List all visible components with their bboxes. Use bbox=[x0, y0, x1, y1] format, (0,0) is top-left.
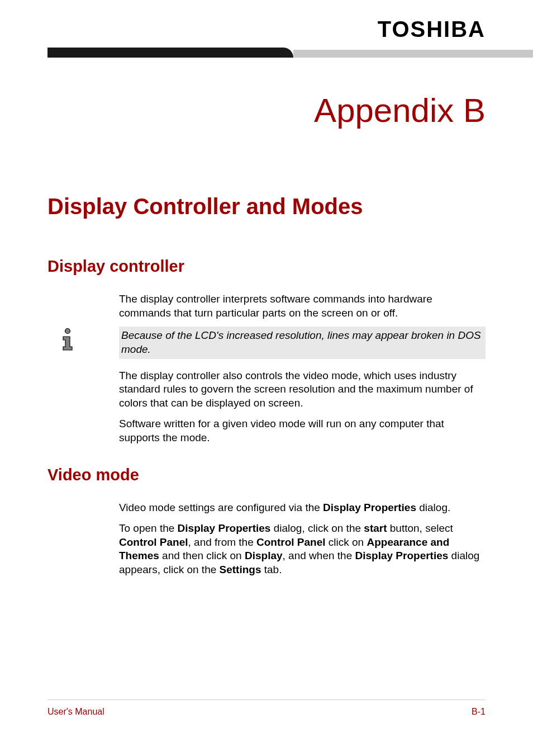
text-bold: Settings bbox=[220, 564, 261, 575]
section-heading-video-mode: Video mode bbox=[47, 466, 486, 484]
body-paragraph: Software written for a given video mode … bbox=[119, 417, 486, 445]
text-run: , and when the bbox=[283, 550, 355, 561]
text-bold: Control Panel bbox=[119, 536, 188, 548]
main-heading: Display Controller and Modes bbox=[47, 194, 486, 219]
text-run: , and from the bbox=[188, 536, 257, 548]
body-paragraph: The display controller also controls the… bbox=[119, 369, 486, 410]
page-footer: User's Manual B-1 bbox=[47, 700, 486, 717]
text-run: click on bbox=[326, 536, 367, 548]
text-run: dialog. bbox=[416, 502, 450, 513]
footer-left: User's Manual bbox=[47, 707, 104, 717]
text-bold: Display Properties bbox=[323, 502, 416, 513]
text-run: and then click on bbox=[159, 550, 245, 561]
text-bold: Display Properties bbox=[355, 550, 449, 561]
text-run: To open the bbox=[119, 522, 178, 534]
note-text: Because of the LCD's increased resolutio… bbox=[119, 327, 486, 358]
text-bold: Display Properties bbox=[178, 522, 271, 534]
body-paragraph: The display controller interprets softwa… bbox=[119, 292, 486, 320]
brand-logo: TOSHIBA bbox=[47, 17, 486, 42]
body-paragraph: To open the Display Properties dialog, c… bbox=[119, 522, 486, 577]
text-run: button, select bbox=[387, 522, 453, 534]
appendix-title: Appendix B bbox=[47, 91, 486, 130]
text-run: dialog, click on the bbox=[270, 522, 364, 534]
note-block: Because of the LCD's increased resolutio… bbox=[47, 327, 486, 358]
document-page: TOSHIBA Appendix B Display Controller an… bbox=[0, 0, 533, 756]
body-paragraph: Video mode settings are configured via t… bbox=[119, 501, 486, 515]
text-bold: Control Panel bbox=[256, 536, 326, 548]
text-run: Video mode settings are configured via t… bbox=[119, 502, 323, 513]
footer-page-number: B-1 bbox=[472, 707, 486, 717]
text-bold: start bbox=[364, 522, 387, 534]
info-icon bbox=[47, 327, 119, 351]
text-bold: Display bbox=[245, 550, 283, 561]
svg-point-0 bbox=[65, 329, 70, 334]
header-decoration-bar bbox=[0, 48, 533, 58]
section-heading-display-controller: Display controller bbox=[47, 257, 486, 276]
text-run: tab. bbox=[261, 564, 282, 575]
